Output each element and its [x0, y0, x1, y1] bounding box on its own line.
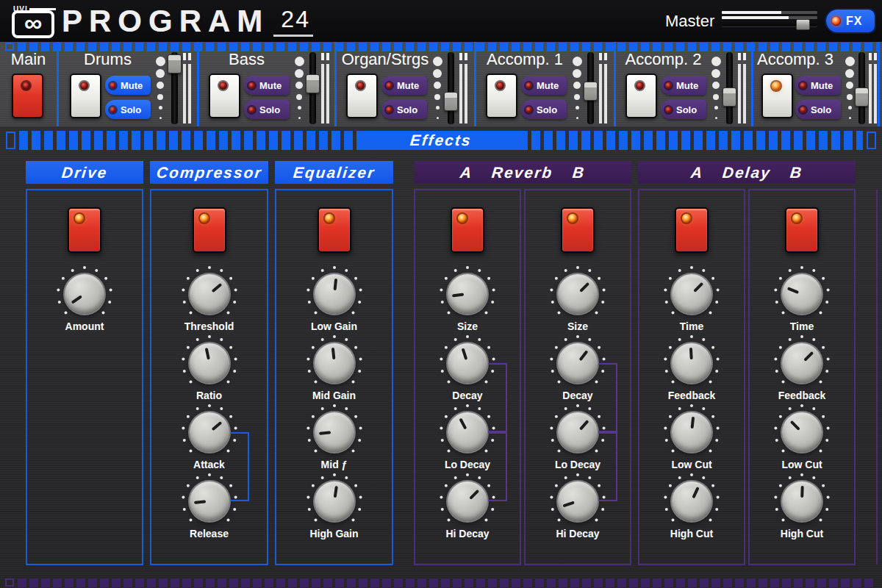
effects-dash-cap-icon — [867, 132, 876, 149]
threshold-knob[interactable] — [190, 274, 229, 314]
delay-b-power-button[interactable] — [785, 207, 819, 253]
hi-decay-knob[interactable] — [448, 481, 487, 521]
channel-led-icon — [636, 82, 644, 90]
level-meter — [183, 53, 191, 123]
level-dot-ladder — [571, 57, 583, 119]
level-dot-ladder — [710, 57, 722, 119]
lo-decay-knob[interactable] — [448, 412, 487, 452]
bass-volume-fader[interactable] — [309, 52, 316, 124]
drums-mute-button[interactable]: Mute — [105, 76, 151, 95]
mid-gain-knob[interactable] — [315, 343, 354, 383]
equalizer-power-button[interactable] — [318, 207, 351, 253]
bass-channel-button[interactable] — [209, 74, 240, 118]
decay-link-bracket — [598, 363, 617, 432]
low-cut-knob[interactable] — [782, 412, 822, 452]
level-dot-ladder — [844, 57, 856, 119]
knob-pointer — [440, 405, 494, 459]
level-meter — [738, 53, 746, 123]
accomp2-channel-button[interactable] — [625, 74, 657, 118]
fader-handle[interactable] — [168, 54, 182, 74]
decay-knob[interactable] — [558, 343, 598, 383]
accomp3-solo-button[interactable]: Solo — [795, 100, 841, 119]
accomp1-volume-fader[interactable] — [587, 52, 594, 124]
size-knob[interactable] — [448, 274, 487, 314]
compressor-power-button[interactable] — [193, 207, 226, 253]
release-knob[interactable] — [190, 481, 229, 521]
knob-pointer — [312, 479, 356, 524]
fader-handle[interactable] — [444, 92, 458, 111]
drive-power-button[interactable] — [68, 207, 101, 253]
compressor-release-unit: Release — [151, 481, 267, 539]
fader-handle[interactable] — [723, 87, 736, 107]
organ-solo-button[interactable]: Solo — [381, 100, 427, 119]
eq-lowgain-unit: Low Gain — [276, 274, 392, 332]
power-led-icon — [792, 214, 801, 223]
fader-handle[interactable] — [855, 87, 869, 107]
accomp3-volume-fader[interactable] — [858, 52, 865, 124]
accomp1-mute-button[interactable]: Mute — [521, 76, 567, 95]
accomp2-solo-button[interactable]: Solo — [661, 100, 706, 119]
solo-led-icon — [665, 107, 672, 113]
high-cut-knob[interactable] — [782, 481, 822, 521]
master-slider-track[interactable] — [722, 24, 817, 26]
lo-decay-knob[interactable] — [558, 412, 598, 452]
amount-knob[interactable] — [65, 274, 104, 314]
channel-strip-main: Main — [0, 42, 57, 126]
decay-knob[interactable] — [448, 343, 487, 383]
delay-b-feedback-unit: Feedback — [750, 343, 854, 401]
accomp3-mute-button[interactable]: Mute — [795, 76, 841, 95]
drums-volume-fader[interactable] — [171, 52, 178, 124]
organ-volume-fader[interactable] — [448, 52, 454, 124]
mid-freq-knob[interactable] — [315, 412, 354, 452]
page-title-number: 24 — [273, 6, 313, 37]
drums-solo-button[interactable]: Solo — [105, 100, 151, 119]
size-knob[interactable] — [558, 274, 598, 314]
fader-handle[interactable] — [306, 74, 320, 93]
reverb-a-power-button[interactable] — [451, 207, 484, 253]
knob-pointer — [187, 480, 231, 523]
reverb-b-power-button[interactable] — [561, 207, 595, 253]
bass-mute-button[interactable]: Mute — [244, 76, 290, 95]
fx-header-delay: A Delay B — [638, 161, 856, 184]
ratio-knob[interactable] — [190, 343, 229, 383]
drums-channel-button[interactable] — [70, 74, 101, 118]
accomp1-solo-button[interactable]: Solo — [521, 100, 567, 119]
fx-toggle-button[interactable]: FX — [826, 10, 875, 32]
delay-a-highcut-unit: High Cut — [639, 481, 744, 539]
compressor-ratio-unit: Ratio — [151, 343, 267, 401]
bass-solo-button[interactable]: Solo — [244, 100, 290, 119]
feedback-knob[interactable] — [782, 343, 822, 383]
knob-pointer — [185, 340, 232, 387]
solo-led-icon — [110, 107, 116, 113]
solo-led-icon — [248, 107, 255, 113]
accomp1-channel-button[interactable] — [486, 74, 517, 118]
level-dot-ladder — [154, 57, 166, 119]
time-knob[interactable] — [782, 274, 822, 314]
accomp3-channel-button[interactable] — [761, 74, 793, 118]
knob-pointer — [776, 268, 828, 320]
master-slider-handle[interactable] — [796, 19, 810, 30]
organ-mute-button[interactable]: Mute — [381, 76, 427, 95]
time-knob[interactable] — [672, 274, 711, 314]
master-slider-group — [722, 11, 817, 26]
delay-a-time-unit: Time — [639, 274, 744, 332]
knob-pointer — [665, 475, 718, 528]
delay-a-power-button[interactable] — [675, 207, 709, 253]
organ-channel-button[interactable] — [346, 74, 378, 118]
hi-decay-knob[interactable] — [558, 481, 598, 521]
low-gain-knob[interactable] — [315, 274, 354, 314]
reverb-b-size-unit: Size — [526, 274, 630, 332]
high-gain-knob[interactable] — [315, 481, 354, 521]
main-channel-button[interactable] — [12, 74, 43, 118]
mute-led-icon — [248, 82, 255, 89]
fader-handle[interactable] — [584, 82, 598, 101]
attack-knob[interactable] — [190, 412, 229, 452]
delay-b-time-unit: Time — [750, 274, 854, 332]
power-led-icon — [200, 214, 209, 223]
feedback-knob[interactable] — [672, 343, 711, 383]
knob-pointer — [550, 404, 606, 460]
low-cut-knob[interactable] — [672, 412, 711, 452]
high-cut-knob[interactable] — [672, 481, 711, 521]
accomp2-volume-fader[interactable] — [726, 52, 733, 124]
accomp2-mute-button[interactable]: Mute — [661, 76, 706, 95]
